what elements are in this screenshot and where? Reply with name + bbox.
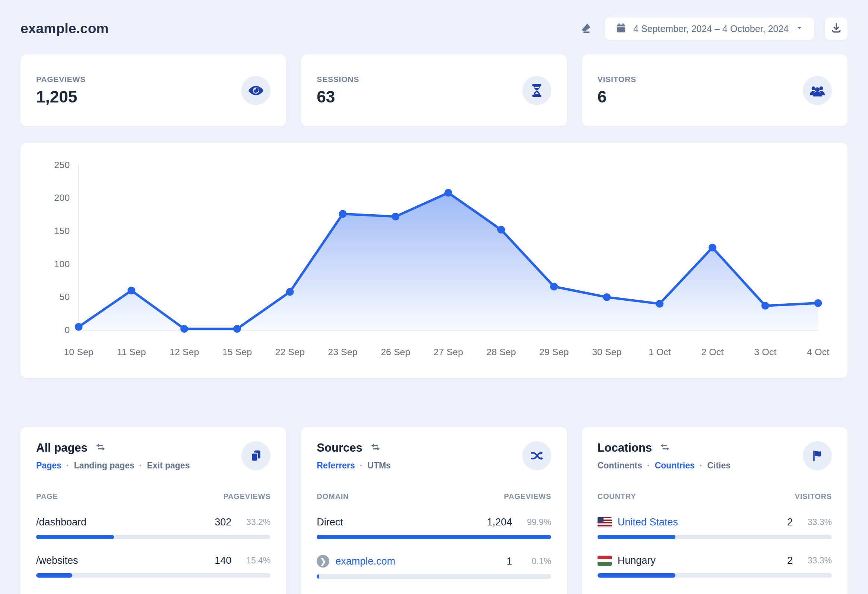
tab-pages[interactable]: Pages — [36, 461, 62, 471]
svg-text:10 Sep: 10 Sep — [64, 347, 93, 357]
x-axis-labels: 10 Sep11 Sep12 Sep15 Sep22 Sep23 Sep26 S… — [64, 347, 829, 357]
svg-text:4 Oct: 4 Oct — [807, 347, 829, 357]
tab-cities[interactable]: Cities — [707, 461, 731, 471]
svg-text:29 Sep: 29 Sep — [539, 347, 568, 357]
tab-exit-pages[interactable]: Exit pages — [147, 461, 190, 471]
pages-tabs: Pages·Landing pages·Exit pages — [36, 461, 190, 471]
svg-text:100: 100 — [54, 259, 70, 269]
swap-horizontal-icon[interactable] — [370, 442, 381, 454]
shuffle-icon[interactable] — [522, 441, 551, 470]
column-header: PAGE — [36, 492, 58, 501]
download-icon — [830, 22, 842, 35]
tab-separator: · — [647, 461, 650, 471]
sources-tabs: Referrers·UTMs — [317, 461, 391, 471]
stats-row: PAGEVIEWS 1,205 SESSIONS 63 — [21, 55, 847, 126]
svg-text:50: 50 — [59, 291, 70, 302]
hu-flag-icon — [598, 556, 612, 566]
traffic-chart-card: 05010015020025010 Sep11 Sep12 Sep15 Sep2… — [21, 143, 847, 378]
tab-separator: · — [700, 461, 703, 471]
row-name: /websites — [36, 555, 78, 566]
column-header: COUNTRY — [598, 492, 636, 501]
row-value: 302 — [202, 517, 231, 528]
row-percent: 99.9% — [512, 517, 551, 527]
table-row: United States233.3% — [598, 517, 832, 539]
tab-landing-pages[interactable]: Landing pages — [74, 461, 134, 471]
page-title: example.com — [21, 21, 109, 37]
flag-icon[interactable] — [803, 441, 832, 470]
panel-title: Locations — [598, 441, 652, 455]
sources-panel: Sources Referrers·UTMs — [301, 427, 567, 594]
eraser-button[interactable] — [577, 21, 594, 37]
svg-text:23 Sep: 23 Sep — [328, 347, 357, 357]
date-range-picker[interactable]: 4 September, 2024 – 4 October, 2024 — [605, 18, 814, 40]
stat-label: SESSIONS — [317, 75, 359, 84]
stat-card-sessions: SESSIONS 63 — [301, 55, 567, 126]
progress-bar — [36, 535, 270, 539]
svg-text:150: 150 — [54, 225, 70, 236]
row-name[interactable]: United States — [618, 517, 678, 528]
tab-separator: · — [139, 461, 142, 471]
tab-separator: · — [66, 461, 69, 471]
column-header: PAGEVIEWS — [223, 492, 270, 501]
locations-panel: Locations Continents·Countries·Cities CO… — [582, 427, 847, 594]
row-percent: 15.4% — [231, 556, 270, 566]
pages-rows: /dashboard30233.2%/websites14015.4% — [36, 517, 270, 578]
panel-title: Sources — [317, 441, 362, 455]
svg-text:28 Sep: 28 Sep — [487, 347, 516, 357]
row-name: /dashboard — [36, 517, 86, 528]
swap-horizontal-icon[interactable] — [95, 442, 106, 454]
caret-down-icon — [796, 24, 803, 34]
progress-bar — [598, 535, 832, 539]
pages-icon[interactable] — [241, 441, 270, 470]
svg-text:200: 200 — [54, 192, 70, 203]
row-value: 2 — [763, 555, 793, 566]
progress-bar — [36, 573, 270, 578]
eraser-icon — [579, 21, 592, 36]
download-button[interactable] — [825, 18, 847, 40]
tab-countries[interactable]: Countries — [654, 461, 694, 471]
progress-bar — [598, 573, 832, 578]
row-value: 140 — [202, 555, 231, 566]
tab-continents[interactable]: Continents — [598, 461, 642, 471]
header-actions: 4 September, 2024 – 4 October, 2024 — [577, 18, 847, 40]
pageviews-area-chart: 05010015020025010 Sep11 Sep12 Sep15 Sep2… — [37, 156, 831, 367]
stat-card-pageviews: PAGEVIEWS 1,205 — [21, 55, 286, 126]
stat-card-visitors: VISITORS 6 — [582, 55, 847, 126]
column-header: PAGEVIEWS — [504, 492, 551, 501]
panels-row: All pages Pages·Landing pages·Exit pages — [21, 427, 847, 594]
all-pages-panel: All pages Pages·Landing pages·Exit pages — [21, 427, 286, 594]
stat-value: 63 — [317, 87, 359, 106]
row-value: 1,204 — [483, 517, 512, 528]
row-name[interactable]: example.com — [335, 556, 395, 567]
date-range-text: 4 September, 2024 – 4 October, 2024 — [633, 24, 789, 34]
row-percent: 33.2% — [231, 517, 270, 527]
svg-text:2 Oct: 2 Oct — [701, 347, 724, 357]
svg-text:3 Oct: 3 Oct — [754, 347, 776, 357]
table-row: /dashboard30233.2% — [36, 517, 270, 539]
svg-text:30 Sep: 30 Sep — [592, 347, 621, 357]
row-percent: 33.3% — [793, 556, 832, 566]
header: example.com — [21, 0, 847, 55]
hourglass-icon — [522, 76, 551, 105]
us-flag-icon — [598, 517, 612, 527]
row-name: Hungary — [618, 555, 655, 566]
table-row: ❯example.com10.1% — [317, 555, 551, 579]
progress-bar — [317, 535, 551, 539]
table-row: Hungary233.3% — [598, 555, 832, 578]
locations-tabs: Continents·Countries·Cities — [598, 461, 731, 471]
table-header: DOMAIN PAGEVIEWS — [317, 492, 551, 501]
eye-icon — [241, 76, 270, 105]
column-header: DOMAIN — [317, 492, 349, 501]
swap-horizontal-icon[interactable] — [659, 442, 670, 454]
svg-text:26 Sep: 26 Sep — [381, 347, 410, 357]
svg-text:0: 0 — [65, 325, 70, 335]
svg-text:250: 250 — [54, 160, 70, 170]
table-header: COUNTRY VISITORS — [598, 492, 832, 501]
favicon-chevron-icon: ❯ — [317, 555, 329, 567]
tab-separator: · — [360, 461, 363, 471]
tab-utms[interactable]: UTMs — [367, 461, 391, 471]
svg-text:11 Sep: 11 Sep — [117, 347, 146, 357]
tab-referrers[interactable]: Referrers — [317, 461, 355, 471]
svg-text:22 Sep: 22 Sep — [275, 347, 305, 357]
row-value: 2 — [763, 517, 793, 528]
